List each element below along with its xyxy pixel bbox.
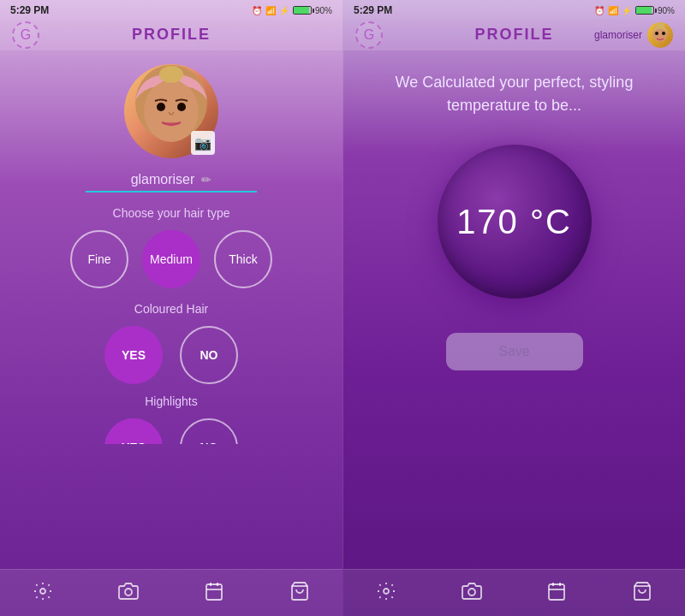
- tab-bar-left: [0, 569, 342, 616]
- highlights-yes-btn[interactable]: YES: [104, 418, 163, 444]
- svg-point-6: [125, 589, 132, 595]
- username-row: glamoriser ✏: [86, 172, 257, 192]
- username-display: glamoriser: [131, 172, 195, 187]
- tab-camera-right[interactable]: [455, 578, 489, 604]
- svg-point-14: [655, 32, 658, 35]
- battery-fill-left: [294, 7, 309, 14]
- header-logo-right[interactable]: G: [355, 21, 383, 49]
- signal-icon-r: 📶: [608, 6, 618, 15]
- right-main-content: We Calculated your perfect, stylingtempe…: [343, 50, 685, 569]
- profile-photo-container: 📷: [124, 64, 218, 158]
- svg-point-13: [656, 22, 664, 29]
- coloured-hair-label: Coloured Hair: [134, 302, 208, 316]
- edit-icon[interactable]: ✏: [201, 173, 211, 187]
- tab-calendar-right[interactable]: [539, 578, 574, 604]
- save-button[interactable]: Save: [446, 333, 583, 370]
- hair-btn-thick[interactable]: Thick: [214, 230, 272, 288]
- status-bar-left: 5:29 PM ⏰ 📶 ⚡ 90%: [0, 0, 342, 19]
- highlights-partial-row: YES NO: [104, 418, 238, 444]
- right-panel: 5:29 PM ⏰ 📶 ⚡ 90% G PROFILE glamoriser: [342, 0, 685, 616]
- svg-point-15: [662, 32, 665, 35]
- app-header-left: G PROFILE: [0, 19, 342, 50]
- tab-calendar-left[interactable]: [197, 578, 231, 604]
- battery-pct-left: 90%: [315, 6, 332, 15]
- header-avatar: [647, 22, 673, 48]
- calc-text: We Calculated your perfect, stylingtempe…: [396, 71, 634, 117]
- coloured-yes-btn[interactable]: YES: [104, 326, 163, 384]
- alarm-icon-r: ⏰: [594, 6, 605, 15]
- svg-rect-7: [206, 584, 222, 600]
- hair-type-label: Choose your hair type: [113, 206, 230, 220]
- highlights-label: Highlights: [145, 394, 197, 408]
- battery-fill-right: [636, 7, 652, 14]
- highlights-no-btn[interactable]: NO: [180, 418, 238, 444]
- tab-shop-right[interactable]: [625, 578, 659, 604]
- status-icons-left: ⏰ 📶 ⚡ 90%: [252, 6, 332, 15]
- svg-point-16: [384, 589, 389, 594]
- svg-point-3: [177, 103, 186, 111]
- tab-settings-right[interactable]: [369, 578, 403, 604]
- header-logo-left[interactable]: G: [12, 21, 39, 49]
- battery-pct-right: 90%: [658, 6, 675, 15]
- header-username: glamoriser: [594, 29, 642, 41]
- alarm-icon: ⏰: [252, 6, 262, 15]
- signal-icon: 📶: [265, 6, 276, 15]
- tab-shop-left[interactable]: [283, 578, 317, 604]
- temperature-orb: 170 °C: [438, 145, 592, 299]
- hair-btn-medium[interactable]: Medium: [142, 230, 200, 288]
- battery-bar-left: [293, 6, 312, 15]
- app-header-right: G PROFILE glamoriser: [343, 19, 685, 50]
- camera-overlay-icon[interactable]: 📷: [191, 131, 215, 155]
- svg-point-2: [157, 103, 165, 111]
- left-panel: 5:29 PM ⏰ 📶 ⚡ 90% G PROFILE: [0, 0, 342, 616]
- coloured-yn-row: YES NO: [104, 326, 238, 384]
- header-title-right: PROFILE: [474, 26, 553, 44]
- header-user: glamoriser: [594, 22, 673, 48]
- status-time-left: 5:29 PM: [10, 4, 49, 16]
- logo-char-right: G: [364, 27, 374, 43]
- header-title-left: PROFILE: [132, 26, 211, 44]
- left-main-content: 📷 glamoriser ✏ Choose your hair type Fin…: [0, 50, 342, 569]
- svg-point-4: [159, 66, 183, 83]
- svg-point-17: [468, 589, 475, 595]
- bolt-icon-r: ⚡: [622, 6, 632, 15]
- temperature-value: 170 °C: [456, 203, 572, 241]
- svg-point-5: [40, 589, 45, 594]
- tab-camera-left[interactable]: [111, 578, 146, 604]
- svg-rect-18: [549, 584, 564, 600]
- status-time-right: 5:29 PM: [354, 4, 392, 16]
- tab-settings-left[interactable]: [26, 578, 60, 604]
- battery-bar-right: [635, 6, 654, 15]
- hair-btn-fine[interactable]: Fine: [70, 230, 128, 288]
- status-bar-right: 5:29 PM ⏰ 📶 ⚡ 90%: [343, 0, 685, 19]
- tab-bar-right: [343, 569, 685, 616]
- bolt-icon: ⚡: [279, 6, 289, 15]
- logo-char-left: G: [21, 27, 31, 43]
- coloured-no-btn[interactable]: NO: [180, 326, 238, 384]
- hair-type-row: Fine Medium Thick: [70, 230, 272, 288]
- status-icons-right: ⏰ 📶 ⚡ 90%: [594, 6, 675, 15]
